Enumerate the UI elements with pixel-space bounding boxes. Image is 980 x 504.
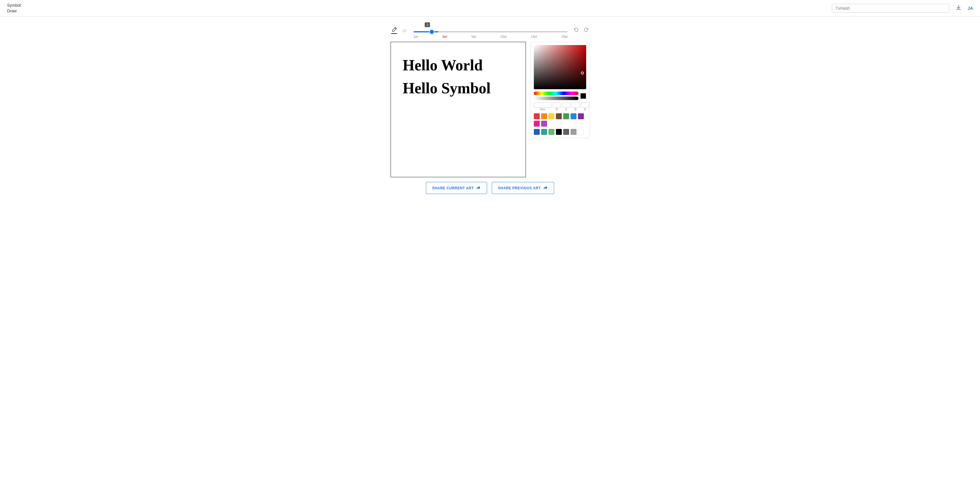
eraser-tool-button[interactable] bbox=[401, 26, 409, 34]
swatch-black[interactable] bbox=[556, 129, 562, 135]
hue-slider[interactable] bbox=[534, 92, 579, 95]
history-buttons bbox=[572, 26, 590, 35]
header-right: JA bbox=[832, 3, 973, 13]
swatch-green[interactable] bbox=[563, 113, 569, 119]
brush-size-slider[interactable] bbox=[414, 31, 568, 32]
txhash-input[interactable] bbox=[832, 4, 950, 13]
tool-icons bbox=[390, 26, 409, 35]
swatch-gray[interactable] bbox=[571, 129, 576, 135]
a-input[interactable]: 100 bbox=[581, 102, 589, 108]
swatch-orange[interactable] bbox=[541, 113, 547, 119]
swatch-pink[interactable] bbox=[534, 121, 540, 127]
g-label: G bbox=[565, 108, 567, 111]
share-previous-icon bbox=[543, 185, 548, 191]
swatch-white[interactable] bbox=[578, 129, 584, 135]
a-label: A bbox=[584, 108, 586, 111]
hex-group: 000000 Hex bbox=[534, 102, 552, 111]
drawing-canvas[interactable]: Hello World Hello Symbol bbox=[391, 42, 526, 177]
user-avatar[interactable]: JA bbox=[968, 6, 973, 11]
color-gradient-cursor bbox=[581, 72, 584, 75]
hex-label: Hex bbox=[540, 108, 545, 111]
label-20pt: 20pt bbox=[562, 35, 568, 38]
g-input[interactable]: 0 bbox=[562, 102, 570, 108]
r-group: 0 R bbox=[553, 102, 561, 111]
swatch-yellow[interactable] bbox=[549, 113, 554, 119]
app-header: Symbol Draw JA bbox=[0, 0, 980, 16]
download-button[interactable] bbox=[954, 3, 963, 13]
undo-button[interactable] bbox=[572, 26, 580, 35]
current-color-swatch bbox=[580, 93, 586, 99]
label-5pt: 5pt bbox=[471, 35, 476, 38]
swatch-dark-blue[interactable] bbox=[534, 129, 540, 135]
undo-icon bbox=[574, 27, 579, 32]
color-values-row: 000000 Hex 0 R 0 G 0 B 100 A bbox=[534, 102, 586, 111]
slider-tooltip: 3 bbox=[425, 22, 430, 27]
hue-alpha-wrap bbox=[534, 92, 579, 100]
label-10pt: 10pt bbox=[500, 35, 506, 38]
slider-track bbox=[414, 28, 568, 33]
g-group: 0 G bbox=[562, 102, 570, 111]
share-current-icon bbox=[476, 185, 481, 191]
color-picker-panel: 000000 Hex 0 R 0 G 0 B 100 A bbox=[531, 42, 589, 138]
canvas-text: Hello World Hello Symbol bbox=[402, 54, 491, 100]
share-previous-label: SHARE PREVIOUS ART bbox=[498, 186, 541, 190]
b-group: 0 B bbox=[571, 102, 580, 111]
action-buttons: SHARE CURRENT ART SHARE PREVIOUS ART bbox=[426, 182, 554, 194]
hex-input[interactable]: 000000 bbox=[534, 102, 552, 108]
pen-underline bbox=[391, 33, 397, 34]
slider-labels: 1pt 3pt 5pt 10pt 15pt 20pt bbox=[414, 35, 568, 38]
brush-size-slider-container: 3 1pt 3pt 5pt 10pt 15pt 20pt bbox=[414, 22, 568, 38]
redo-icon bbox=[584, 27, 589, 32]
b-label: B bbox=[575, 108, 577, 111]
swatches-row-2 bbox=[534, 129, 586, 135]
swatch-brown[interactable] bbox=[556, 113, 562, 119]
r-label: R bbox=[555, 108, 558, 111]
main-content: 3 1pt 3pt 5pt 10pt 15pt 20pt bbox=[0, 16, 980, 504]
label-15pt: 15pt bbox=[531, 35, 537, 38]
canvas-area: Hello World Hello Symbol bbox=[391, 42, 589, 177]
r-input[interactable]: 0 bbox=[553, 102, 561, 108]
drawing-toolbar: 3 1pt 3pt 5pt 10pt 15pt 20pt bbox=[390, 22, 590, 38]
share-current-art-button[interactable]: SHARE CURRENT ART bbox=[426, 182, 487, 194]
swatch-teal[interactable] bbox=[541, 129, 547, 135]
hue-alpha-row bbox=[534, 92, 586, 100]
swatch-purple[interactable] bbox=[578, 113, 584, 119]
alpha-slider[interactable] bbox=[534, 97, 579, 100]
pen-tool-button[interactable] bbox=[390, 26, 398, 35]
b-input[interactable]: 0 bbox=[571, 102, 580, 108]
redo-button[interactable] bbox=[582, 26, 590, 35]
label-1pt: 1pt bbox=[414, 35, 418, 38]
label-3pt: 3pt bbox=[442, 35, 447, 38]
share-current-label: SHARE CURRENT ART bbox=[432, 186, 474, 190]
swatch-light-green[interactable] bbox=[549, 129, 554, 135]
share-previous-art-button[interactable]: SHARE PREVIOUS ART bbox=[492, 182, 554, 194]
color-gradient-picker[interactable] bbox=[534, 45, 586, 89]
swatch-dark-gray[interactable] bbox=[563, 129, 569, 135]
swatch-blue[interactable] bbox=[571, 113, 576, 119]
app-logo: Symbol Draw bbox=[7, 3, 21, 13]
swatches-row-1 bbox=[534, 113, 586, 127]
download-icon bbox=[955, 4, 962, 11]
a-group: 100 A bbox=[581, 102, 589, 111]
swatch-red[interactable] bbox=[534, 113, 540, 119]
swatch-violet[interactable] bbox=[541, 121, 547, 127]
eraser-icon bbox=[402, 27, 408, 33]
pen-icon bbox=[391, 27, 397, 33]
